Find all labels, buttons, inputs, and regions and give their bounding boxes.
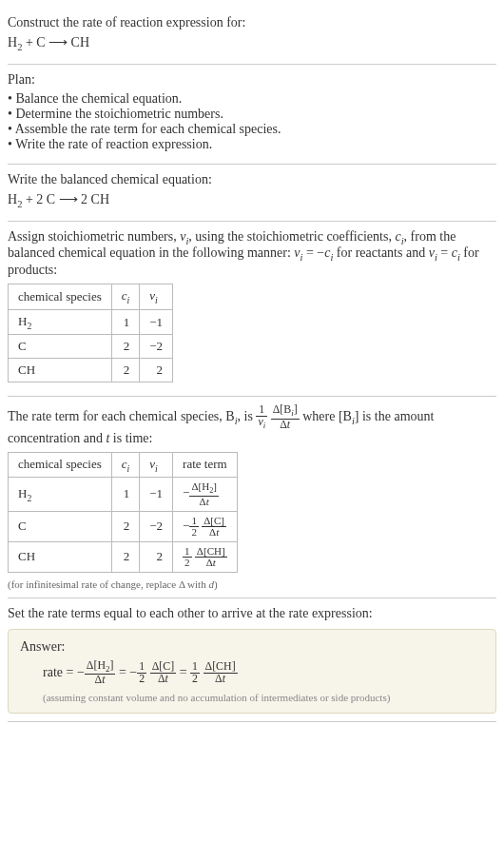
cell-species: H2 bbox=[9, 309, 112, 335]
plan-item: Write the rate of reaction expression. bbox=[8, 137, 496, 152]
cell-vi: −2 bbox=[140, 335, 173, 359]
cell-vi: 2 bbox=[140, 359, 173, 382]
balanced-section: Write the balanced chemical equation: H2… bbox=[8, 165, 496, 222]
plan-item: Balance the chemical equation. bbox=[8, 91, 496, 107]
cell-ci: 2 bbox=[111, 359, 140, 382]
balanced-equation: H2 + 2 C ⟶ 2 CH bbox=[8, 191, 496, 209]
rateterm-table: chemical species ci νi rate term H2 1 −1… bbox=[8, 452, 238, 573]
col-vi: νi bbox=[140, 452, 173, 478]
answer-box: Answer: rate = −Δ[H2]Δt = −12 Δ[C]Δt = 1… bbox=[8, 629, 496, 714]
cell-vi: −2 bbox=[140, 511, 173, 541]
answer-label: Answer: bbox=[20, 639, 484, 655]
cell-rate: 12 Δ[CH]Δt bbox=[173, 541, 238, 572]
col-ci: ci bbox=[111, 452, 140, 478]
table-row: C 2 −2 −12 Δ[C]Δt bbox=[9, 511, 238, 541]
cell-species: CH bbox=[9, 541, 112, 572]
final-heading: Set the rate terms equal to each other t… bbox=[8, 606, 496, 621]
plan-item: Determine the stoichiometric numbers. bbox=[8, 107, 496, 122]
prompt-section: Construct the rate of reaction expressio… bbox=[8, 8, 496, 65]
col-ci: ci bbox=[111, 284, 140, 310]
cell-species: C bbox=[9, 511, 112, 541]
col-species: chemical species bbox=[9, 284, 112, 310]
plan-heading: Plan: bbox=[8, 72, 496, 88]
balanced-heading: Write the balanced chemical equation: bbox=[8, 172, 496, 187]
table-row: H2 1 −1 −Δ[H2]Δt bbox=[9, 478, 238, 512]
cell-species: CH bbox=[9, 359, 112, 382]
rateterm-section: The rate term for each chemical species,… bbox=[8, 397, 496, 598]
cell-rate: −12 Δ[C]Δt bbox=[173, 511, 238, 541]
col-species: chemical species bbox=[9, 452, 112, 478]
cell-vi: −1 bbox=[140, 309, 173, 335]
prompt-text: Construct the rate of reaction expressio… bbox=[8, 15, 496, 30]
cell-ci: 2 bbox=[111, 335, 140, 359]
cell-ci: 2 bbox=[111, 511, 140, 541]
plan-item: Assemble the rate term for each chemical… bbox=[8, 122, 496, 137]
cell-species: C bbox=[9, 335, 112, 359]
plan-list: Balance the chemical equation. Determine… bbox=[8, 91, 496, 152]
cell-species: H2 bbox=[9, 478, 112, 512]
table-row: C 2 −2 bbox=[9, 335, 173, 359]
cell-vi: 2 bbox=[140, 541, 173, 572]
final-section: Set the rate terms equal to each other t… bbox=[8, 598, 496, 722]
cell-ci: 2 bbox=[111, 541, 140, 572]
table-row: H2 1 −1 bbox=[9, 309, 173, 335]
cell-rate: −Δ[H2]Δt bbox=[173, 478, 238, 512]
cell-ci: 1 bbox=[111, 309, 140, 335]
stoich-text: Assign stoichiometric numbers, νi, using… bbox=[8, 229, 496, 279]
table-row: CH 2 2 bbox=[9, 359, 173, 382]
stoich-section: Assign stoichiometric numbers, νi, using… bbox=[8, 222, 496, 398]
assumption-note: (assuming constant volume and no accumul… bbox=[43, 692, 484, 703]
rateterm-text: The rate term for each chemical species,… bbox=[8, 404, 496, 445]
cell-ci: 1 bbox=[111, 478, 140, 512]
cell-vi: −1 bbox=[140, 478, 173, 512]
rate-expression: rate = −Δ[H2]Δt = −12 Δ[C]Δt = 12 Δ[CH]Δ… bbox=[43, 660, 484, 686]
col-vi: νi bbox=[140, 284, 173, 310]
table-row: CH 2 2 12 Δ[CH]Δt bbox=[9, 541, 238, 572]
prompt-equation: H2 + C ⟶ CH bbox=[8, 34, 496, 52]
stoich-table: chemical species ci νi H2 1 −1 C 2 −2 CH… bbox=[8, 284, 173, 382]
col-rate: rate term bbox=[173, 452, 238, 478]
plan-section: Plan: Balance the chemical equation. Det… bbox=[8, 65, 496, 165]
rateterm-note: (for infinitesimal rate of change, repla… bbox=[8, 578, 496, 590]
